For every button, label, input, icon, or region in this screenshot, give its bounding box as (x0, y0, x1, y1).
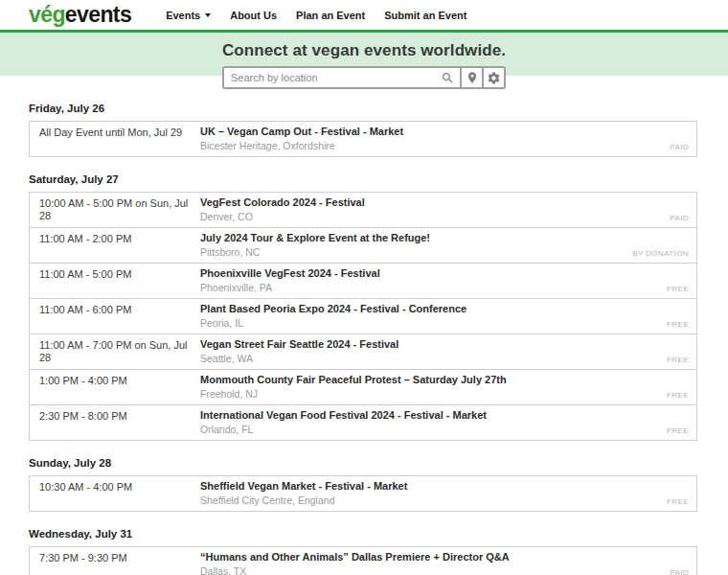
section-card: 10:00 AM - 5:00 PM on Sun, Jul 28 VegFes… (29, 192, 697, 441)
chevron-down-icon (205, 13, 211, 17)
locate-me-button[interactable] (460, 66, 484, 89)
event-title[interactable]: July 2024 Tour & Explore Event at the Re… (200, 232, 687, 244)
event-title[interactable]: VegFest Colorado 2024 - Festival (200, 196, 687, 209)
events-list: Friday, July 26 All Day Event until Mon,… (0, 103, 728, 575)
top-nav: végevents Events About Us Plan an Event … (0, 0, 728, 30)
date-section: Wednesday, July 31 7:30 PM - 9:30 PM “Hu… (29, 528, 697, 575)
section-card: 10:30 AM - 4:00 PM Sheffield Vegan Marke… (29, 475, 697, 512)
section-card: 7:30 PM - 9:30 PM “Humans and Other Anim… (29, 546, 697, 575)
event-location: Sheffield City Centre, England (200, 494, 687, 506)
event-badge: BY DONATION (632, 249, 689, 258)
event-main: Vegan Street Fair Seattle 2024 - Festiva… (200, 338, 687, 364)
event-location: Orlando, FL (200, 424, 687, 435)
event-location: Phoenixville, PA (200, 282, 687, 293)
nav-events-label: Events (166, 10, 200, 21)
event-row[interactable]: All Day Event until Mon, Jul 29 UK – Veg… (29, 121, 697, 157)
date-section: Sunday, July 28 10:30 AM - 4:00 PM Sheff… (29, 457, 697, 512)
event-row[interactable]: 1:00 PM - 4:00 PM Monmouth County Fair P… (29, 369, 697, 405)
event-time: 11:00 AM - 6:00 PM (39, 303, 200, 316)
event-title[interactable]: Vegan Street Fair Seattle 2024 - Festiva… (200, 338, 687, 351)
event-main: Sheffield Vegan Market - Festival - Mark… (200, 480, 687, 506)
event-time: 10:30 AM - 4:00 PM (39, 480, 200, 494)
event-title[interactable]: UK – Vegan Camp Out - Festival - Market (200, 126, 687, 138)
event-time: All Day Event until Mon, Jul 29 (39, 126, 200, 139)
event-main: Monmouth County Fair Peaceful Protest – … (200, 374, 687, 400)
event-location: Dallas, TX (200, 565, 687, 575)
logo-events: events (65, 2, 131, 27)
event-location: Peoria, IL (200, 317, 687, 329)
event-location: Pittsboro, NC (200, 246, 687, 258)
event-location: Freehold, NJ (200, 388, 687, 400)
search-button[interactable] (437, 69, 458, 86)
nav-plan-an-event[interactable]: Plan an Event (296, 10, 365, 21)
search-settings-button[interactable] (482, 66, 506, 89)
event-title[interactable]: Sheffield Vegan Market - Festival - Mark… (200, 480, 687, 493)
event-row[interactable]: 2:30 PM - 8:00 PM International Vegan Fo… (29, 404, 697, 441)
event-badge: PAID (670, 214, 689, 222)
event-time: 7:30 PM - 9:30 PM (39, 551, 200, 564)
section-card: All Day Event until Mon, Jul 29 UK – Veg… (29, 121, 697, 157)
event-main: Phoenixville VegFest 2024 - Festival Pho… (200, 267, 687, 293)
search-input[interactable] (224, 68, 460, 87)
location-pin-icon (466, 71, 479, 84)
event-main: July 2024 Tour & Explore Event at the Re… (200, 232, 687, 258)
event-title[interactable]: Phoenixville VegFest 2024 - Festival (200, 267, 687, 280)
search-icon (441, 71, 455, 85)
event-time: 11:00 AM - 5:00 PM (39, 267, 200, 281)
event-badge: FREE (667, 356, 689, 364)
event-main: “Humans and Other Animals” Dallas Premie… (200, 551, 687, 575)
nav-submit-an-event[interactable]: Submit an Event (384, 10, 466, 21)
event-time: 11:00 AM - 2:00 PM (39, 232, 200, 245)
event-location: Denver, CO (200, 211, 687, 222)
logo[interactable]: végevents (29, 4, 131, 26)
nav-about-us[interactable]: About Us (230, 10, 277, 21)
event-badge: PAID (670, 568, 689, 575)
event-time: 11:00 AM - 7:00 PM on Sun, Jul 28 (39, 338, 200, 364)
logo-veg: vég (29, 2, 65, 27)
event-title[interactable]: Plant Based Peoria Expo 2024 - Festival … (200, 303, 687, 315)
event-row[interactable]: 10:30 AM - 4:00 PM Sheffield Vegan Marke… (29, 475, 697, 512)
event-time: 1:00 PM - 4:00 PM (39, 374, 200, 387)
event-location: Seattle, WA (200, 353, 687, 364)
event-row[interactable]: 10:00 AM - 5:00 PM on Sun, Jul 28 VegFes… (29, 192, 697, 228)
event-title[interactable]: International Vegan Food Festival 2024 -… (200, 409, 687, 422)
event-title[interactable]: “Humans and Other Animals” Dallas Premie… (200, 551, 687, 564)
search-input-wrap (222, 66, 462, 89)
date-section: Friday, July 26 All Day Event until Mon,… (29, 103, 697, 157)
event-badge: PAID (670, 143, 689, 151)
gear-icon (487, 71, 501, 85)
event-main: UK – Vegan Camp Out - Festival - Market … (200, 126, 687, 151)
event-main: International Vegan Food Festival 2024 -… (200, 409, 687, 435)
event-badge: FREE (667, 285, 689, 293)
event-row[interactable]: 11:00 AM - 2:00 PM July 2024 Tour & Expl… (29, 227, 697, 264)
event-badge: FREE (667, 391, 689, 400)
main-nav: Events About Us Plan an Event Submit an … (147, 10, 466, 21)
section-date: Sunday, July 28 (29, 457, 697, 469)
event-title[interactable]: Monmouth County Fair Peaceful Protest – … (200, 374, 687, 386)
event-badge: FREE (667, 320, 689, 329)
event-row[interactable]: 7:30 PM - 9:30 PM “Humans and Other Anim… (29, 546, 697, 575)
event-row[interactable]: 11:00 AM - 5:00 PM Phoenixville VegFest … (29, 263, 697, 299)
event-row[interactable]: 11:00 AM - 6:00 PM Plant Based Peoria Ex… (29, 298, 697, 334)
event-time: 2:30 PM - 8:00 PM (39, 409, 200, 423)
search-bar (0, 66, 728, 89)
event-badge: FREE (667, 497, 689, 506)
event-main: VegFest Colorado 2024 - Festival Denver,… (200, 196, 687, 222)
banner-heading: Connect at vegan events worldwide. (0, 33, 728, 60)
nav-events[interactable]: Events (166, 10, 211, 21)
event-location: Bicester Heritage, Oxfordshire (200, 140, 687, 151)
event-time: 10:00 AM - 5:00 PM on Sun, Jul 28 (39, 196, 200, 222)
section-date: Wednesday, July 31 (29, 528, 697, 540)
event-badge: FREE (667, 426, 689, 435)
section-date: Friday, July 26 (29, 103, 697, 114)
event-main: Plant Based Peoria Expo 2024 - Festival … (200, 303, 687, 329)
event-row[interactable]: 11:00 AM - 7:00 PM on Sun, Jul 28 Vegan … (29, 334, 697, 370)
date-section: Saturday, July 27 10:00 AM - 5:00 PM on … (29, 173, 697, 441)
section-date: Saturday, July 27 (29, 173, 697, 185)
